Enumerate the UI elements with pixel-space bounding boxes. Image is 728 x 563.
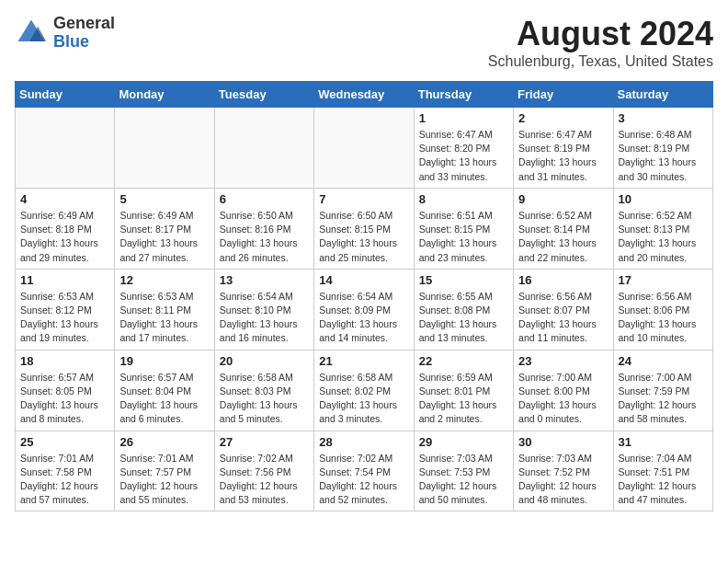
calendar-day-header: Thursday [414, 82, 513, 108]
day-number: 2 [518, 111, 608, 125]
day-info: Sunrise: 7:00 AMSunset: 7:59 PMDaylight:… [619, 371, 708, 427]
day-info: Sunrise: 6:58 AMSunset: 8:03 PMDaylight:… [220, 371, 309, 427]
sunrise-label: Sunrise: 6:56 AM [518, 291, 592, 302]
day-info: Sunrise: 6:49 AMSunset: 8:18 PMDaylight:… [20, 209, 109, 265]
calendar-day-cell: 17Sunrise: 6:56 AMSunset: 8:06 PMDayligh… [613, 269, 712, 350]
calendar-day-cell: 19Sunrise: 6:57 AMSunset: 8:04 PMDayligh… [115, 350, 214, 431]
sunset-label: Sunset: 7:59 PM [619, 385, 690, 396]
day-number: 20 [220, 354, 309, 368]
day-info: Sunrise: 6:50 AMSunset: 8:16 PMDaylight:… [220, 209, 309, 265]
calendar-week-row: 4Sunrise: 6:49 AMSunset: 8:18 PMDaylight… [16, 188, 713, 269]
sunset-label: Sunset: 7:52 PM [518, 466, 590, 477]
calendar-day-cell: 30Sunrise: 7:03 AMSunset: 7:52 PMDayligh… [514, 431, 613, 511]
day-info: Sunrise: 6:48 AMSunset: 8:19 PMDaylight:… [619, 128, 708, 184]
calendar-day-cell: 29Sunrise: 7:03 AMSunset: 7:53 PMDayligh… [414, 431, 513, 511]
logo[interactable]: General Blue [15, 15, 115, 52]
calendar-table: SundayMondayTuesdayWednesdayThursdayFrid… [15, 81, 713, 511]
calendar-day-cell [16, 108, 115, 189]
calendar-day-cell: 26Sunrise: 7:01 AMSunset: 7:57 PMDayligh… [115, 431, 214, 511]
sunrise-label: Sunrise: 6:58 AM [319, 372, 392, 383]
calendar-day-cell: 15Sunrise: 6:55 AMSunset: 8:08 PMDayligh… [414, 269, 513, 350]
day-info: Sunrise: 6:59 AMSunset: 8:01 PMDaylight:… [419, 371, 508, 427]
main-title: August 2024 [488, 15, 713, 53]
sunset-label: Sunset: 7:57 PM [119, 466, 191, 477]
calendar-day-cell: 20Sunrise: 6:58 AMSunset: 8:03 PMDayligh… [214, 350, 313, 431]
sunset-label: Sunset: 8:19 PM [619, 143, 690, 154]
sunrise-label: Sunrise: 6:52 AM [619, 210, 692, 221]
day-number: 4 [20, 192, 109, 206]
sunset-label: Sunset: 8:07 PM [518, 304, 590, 316]
sunrise-label: Sunrise: 6:49 AM [119, 210, 193, 221]
day-info: Sunrise: 6:49 AMSunset: 8:17 PMDaylight:… [119, 209, 209, 265]
sunset-label: Sunset: 7:53 PM [419, 466, 491, 477]
day-info: Sunrise: 6:56 AMSunset: 8:07 PMDaylight:… [518, 290, 608, 346]
daylight-label: Daylight: 13 hours and 17 minutes. [119, 318, 198, 343]
day-number: 11 [20, 273, 109, 287]
day-info: Sunrise: 7:02 AMSunset: 7:56 PMDaylight:… [220, 452, 309, 508]
calendar-day-cell: 6Sunrise: 6:50 AMSunset: 8:16 PMDaylight… [214, 188, 313, 269]
sunrise-label: Sunrise: 6:52 AM [518, 210, 592, 221]
day-number: 17 [619, 273, 708, 287]
daylight-label: Daylight: 12 hours and 47 minutes. [619, 480, 697, 505]
daylight-label: Daylight: 13 hours and 23 minutes. [419, 237, 497, 262]
sunrise-label: Sunrise: 7:01 AM [20, 453, 94, 464]
calendar-day-cell: 22Sunrise: 6:59 AMSunset: 8:01 PMDayligh… [414, 350, 513, 431]
day-number: 25 [20, 435, 109, 449]
sunset-label: Sunset: 8:15 PM [319, 224, 391, 235]
sunset-label: Sunset: 8:10 PM [220, 304, 291, 316]
sunset-label: Sunset: 8:14 PM [518, 224, 590, 235]
sunrise-label: Sunrise: 6:53 AM [119, 291, 193, 302]
daylight-label: Daylight: 13 hours and 16 minutes. [220, 318, 298, 343]
sunrise-label: Sunrise: 6:53 AM [20, 291, 94, 302]
calendar-day-cell: 14Sunrise: 6:54 AMSunset: 8:09 PMDayligh… [314, 269, 414, 350]
calendar-week-row: 25Sunrise: 7:01 AMSunset: 7:58 PMDayligh… [16, 431, 713, 511]
day-number: 5 [119, 192, 209, 206]
sunrise-label: Sunrise: 6:55 AM [419, 291, 493, 302]
day-number: 6 [220, 192, 309, 206]
daylight-label: Daylight: 13 hours and 33 minutes. [419, 156, 497, 181]
calendar-day-header: Wednesday [314, 82, 414, 108]
sunrise-label: Sunrise: 6:54 AM [319, 291, 392, 302]
daylight-label: Daylight: 13 hours and 20 minutes. [619, 237, 697, 262]
daylight-label: Daylight: 12 hours and 52 minutes. [319, 480, 397, 505]
day-number: 18 [20, 354, 109, 368]
day-info: Sunrise: 7:03 AMSunset: 7:52 PMDaylight:… [518, 452, 608, 508]
sunset-label: Sunset: 7:51 PM [619, 466, 690, 477]
calendar-day-cell: 9Sunrise: 6:52 AMSunset: 8:14 PMDaylight… [514, 188, 613, 269]
daylight-label: Daylight: 12 hours and 57 minutes. [20, 480, 98, 505]
sunset-label: Sunset: 8:19 PM [518, 143, 590, 154]
calendar-day-header: Sunday [16, 82, 115, 108]
daylight-label: Daylight: 13 hours and 30 minutes. [619, 156, 697, 181]
sunset-label: Sunset: 8:17 PM [119, 224, 191, 235]
day-info: Sunrise: 6:57 AMSunset: 8:04 PMDaylight:… [119, 371, 209, 427]
day-info: Sunrise: 6:47 AMSunset: 8:20 PMDaylight:… [419, 128, 508, 184]
daylight-label: Daylight: 13 hours and 25 minutes. [319, 237, 397, 262]
sunset-label: Sunset: 8:02 PM [319, 385, 391, 396]
sunset-label: Sunset: 8:00 PM [518, 385, 590, 396]
logo-text: General Blue [53, 15, 115, 52]
day-number: 12 [119, 273, 209, 287]
day-info: Sunrise: 6:51 AMSunset: 8:15 PMDaylight:… [419, 209, 508, 265]
daylight-label: Daylight: 12 hours and 55 minutes. [119, 480, 198, 505]
day-info: Sunrise: 7:01 AMSunset: 7:57 PMDaylight:… [119, 452, 209, 508]
calendar-day-cell: 23Sunrise: 7:00 AMSunset: 8:00 PMDayligh… [514, 350, 613, 431]
daylight-label: Daylight: 13 hours and 22 minutes. [518, 237, 597, 262]
sunrise-label: Sunrise: 6:48 AM [619, 129, 692, 140]
sunset-label: Sunset: 8:09 PM [319, 304, 391, 316]
daylight-label: Daylight: 12 hours and 48 minutes. [518, 480, 597, 505]
sunrise-label: Sunrise: 7:03 AM [419, 453, 493, 464]
sunrise-label: Sunrise: 6:57 AM [20, 372, 94, 383]
sunrise-label: Sunrise: 7:00 AM [619, 372, 692, 383]
calendar-day-header: Friday [514, 82, 613, 108]
daylight-label: Daylight: 12 hours and 50 minutes. [419, 480, 497, 505]
logo-icon [15, 17, 48, 50]
daylight-label: Daylight: 13 hours and 11 minutes. [518, 318, 597, 343]
day-number: 15 [419, 273, 508, 287]
daylight-label: Daylight: 13 hours and 10 minutes. [619, 318, 697, 343]
sunset-label: Sunset: 7:58 PM [20, 466, 92, 477]
day-info: Sunrise: 6:47 AMSunset: 8:19 PMDaylight:… [518, 128, 608, 184]
calendar-day-cell: 8Sunrise: 6:51 AMSunset: 8:15 PMDaylight… [414, 188, 513, 269]
calendar-day-cell: 2Sunrise: 6:47 AMSunset: 8:19 PMDaylight… [514, 108, 613, 189]
day-info: Sunrise: 6:54 AMSunset: 8:09 PMDaylight:… [319, 290, 408, 346]
sunrise-label: Sunrise: 7:02 AM [319, 453, 392, 464]
